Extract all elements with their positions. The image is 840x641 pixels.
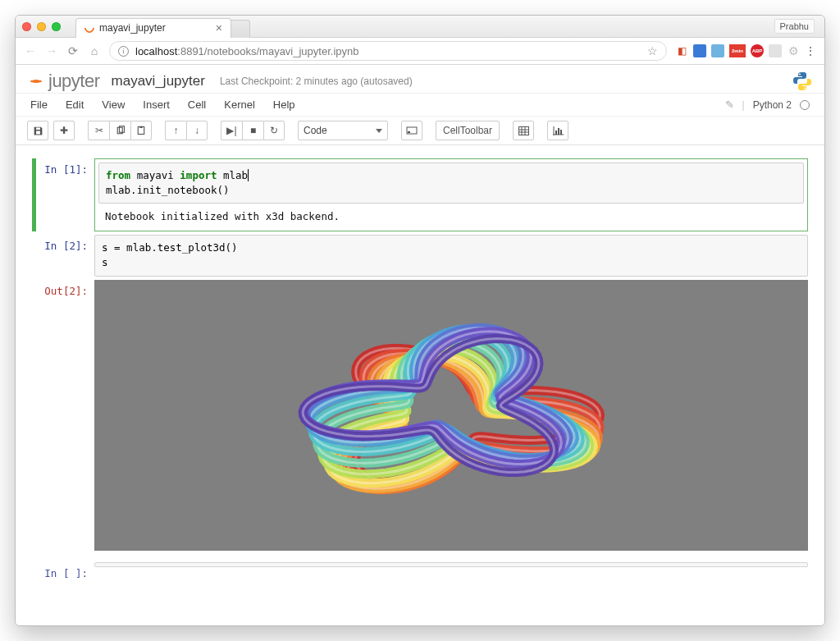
kernel-indicator: ✎ | Python 2 [725,98,810,111]
code-input[interactable]: from mayavi import mlab mlab.init_notebo… [98,163,804,204]
in-prompt: In [1]: [32,158,94,231]
chrome-profile-button[interactable]: Prabhu [774,19,815,34]
home-button[interactable]: ⌂ [88,44,101,57]
table-button[interactable] [513,121,534,140]
menubar: File Edit View Insert Cell Kernel Help ✎… [16,94,824,117]
address-bar-row: ← → ⟳ ⌂ i localhost:8891/notebooks/mayav… [16,38,824,65]
address-bar[interactable]: i localhost:8891/notebooks/mayavi_jupyte… [109,41,667,61]
svg-rect-17 [560,130,562,135]
code-cell[interactable]: In [2]: s = mlab.test_plot3d() s [32,235,808,276]
in-prompt: In [2]: [32,235,94,276]
browser-window: mayavi_jupyter × Prabhu ← → ⟳ ⌂ i localh… [15,15,825,626]
forward-button[interactable]: → [45,44,58,57]
kernel-idle-icon [800,100,810,110]
menu-cell[interactable]: Cell [188,98,206,111]
svg-rect-7 [408,131,410,133]
back-button[interactable]: ← [24,44,37,57]
edit-mode-icon[interactable]: ✎ [725,98,734,111]
menu-kernel[interactable]: Kernel [224,98,255,111]
code-input[interactable]: s = mlab.test_plot3d() s [94,235,808,276]
celltoolbar-button[interactable]: CellToolbar [436,121,500,140]
maximize-window-button[interactable] [52,22,61,31]
extension-icon[interactable]: ◧ [675,44,688,57]
python-logo-icon [792,71,813,92]
site-info-icon[interactable]: i [118,46,129,57]
reload-button[interactable]: ⟳ [66,44,80,57]
move-up-button[interactable]: ↑ [165,121,186,140]
close-window-button[interactable] [22,22,31,31]
extension-icon[interactable] [693,44,706,57]
tab-title: mayavi_jupyter [99,22,166,34]
code-cell[interactable]: In [1]: from mayavi import mlab mlab.ini… [32,158,808,231]
svg-point-0 [799,74,801,76]
jupyter-logo-icon [27,72,45,90]
jupyter-favicon [83,21,97,35]
mayavi-3d-plot[interactable] [94,280,808,551]
jupyter-logo[interactable]: jupyter [27,71,100,92]
kernel-name[interactable]: Python 2 [753,99,792,111]
insert-cell-button[interactable]: ✚ [53,121,75,140]
checkpoint-label: Last Checkpoint: 2 minutes ago (autosave… [220,76,413,87]
svg-rect-5 [140,126,143,128]
notebook-body[interactable]: In [1]: from mayavi import mlab mlab.ini… [16,145,824,625]
paste-button[interactable] [130,121,152,140]
new-tab-button[interactable] [231,20,250,38]
extension-icon[interactable] [769,44,782,57]
close-tab-icon[interactable]: × [216,21,222,34]
menu-view[interactable]: View [102,98,125,111]
extension-settings-icon[interactable]: ⚙ [787,44,800,57]
extension-icon[interactable] [711,44,724,57]
notebook-title[interactable]: mayavi_jupyter [112,73,205,89]
in-prompt: In [ ]: [32,562,94,579]
browser-tab[interactable]: mayavi_jupyter × [75,18,231,38]
move-down-button[interactable]: ↓ [186,121,208,140]
url-display: localhost:8891/notebooks/mayavi_jupyter.… [135,45,358,57]
menu-file[interactable]: File [30,98,48,111]
code-cell[interactable]: In [ ]: [32,562,808,579]
jupyter-logo-text: jupyter [48,71,100,92]
titlebar: mayavi_jupyter × Prabhu [16,16,824,38]
traffic-lights [22,22,61,31]
jupyter-app: jupyter mayavi_jupyter Last Checkpoint: … [16,65,824,625]
copy-button[interactable] [109,121,130,140]
svg-rect-8 [518,126,528,135]
code-input[interactable] [94,562,808,567]
menu-insert[interactable]: Insert [143,98,170,111]
command-palette-button[interactable] [401,121,422,140]
tab-strip: mayavi_jupyter × [75,16,774,38]
out-prompt: Out[2]: [32,280,94,559]
chart-button[interactable] [547,121,568,140]
toolbar: ✚ ✂ ↑ ↓ ▶| ■ ↻ Code CellToolbar [16,117,824,145]
restart-button[interactable]: ↻ [263,121,285,140]
extension-2min-icon[interactable]: 2min [729,44,746,57]
cell-type-select[interactable]: Code [298,121,388,140]
save-button[interactable] [27,121,48,140]
cut-button[interactable]: ✂ [88,121,109,140]
extensions: ◧ 2min ABP ⚙ ⋮ [675,44,816,57]
cell-output-text: Notebook initialized with x3d backend. [98,204,804,227]
extension-abp-icon[interactable]: ABP [751,44,764,57]
menu-help[interactable]: Help [273,98,295,111]
menu-edit[interactable]: Edit [66,98,84,111]
interrupt-button[interactable]: ■ [242,121,263,140]
svg-point-1 [804,88,806,89]
output-cell: Out[2]: [32,280,808,559]
jupyter-header: jupyter mayavi_jupyter Last Checkpoint: … [16,65,824,94]
svg-rect-16 [558,128,559,135]
svg-rect-15 [555,130,557,135]
minimize-window-button[interactable] [37,22,46,31]
run-button[interactable]: ▶| [221,121,242,140]
bookmark-star-icon[interactable]: ☆ [647,44,658,57]
